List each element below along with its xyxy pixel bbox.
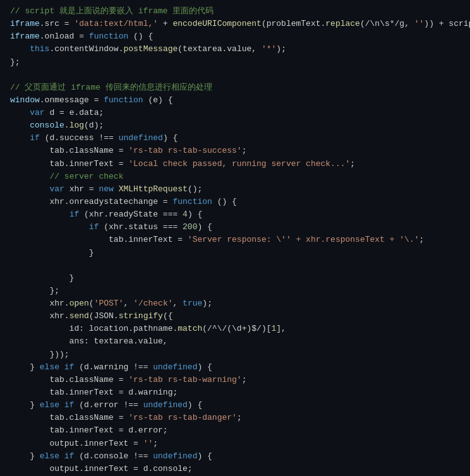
- line-1: // script 就是上面说的要嵌入 iframe 里面的代码: [0, 5, 470, 18]
- line-15: var xhr = new XMLHttpRequest();: [0, 183, 470, 196]
- line-19: tab.innerText = 'Server response: \'' + …: [0, 234, 470, 246]
- line-35: output.innerText = '';: [0, 437, 470, 450]
- line-37: output.innerText = d.console;: [0, 463, 470, 475]
- line-20: }: [0, 247, 470, 259]
- line-34: tab.innerText = d.error;: [0, 424, 470, 437]
- line-8: window.onmessage = function (e) {: [0, 94, 470, 107]
- line-13: tab.innerText = 'Local check passed, run…: [0, 158, 470, 170]
- line-24: xhr.open('POST', '/check', true);: [0, 297, 470, 310]
- line-28: }));: [0, 348, 470, 361]
- line-18: if (xhr.status === 200) {: [0, 221, 470, 234]
- line-7: // 父页面通过 iframe 传回来的信息进行相应的处理: [0, 81, 470, 94]
- line-29: } else if (d.warning !== undefined) {: [0, 361, 470, 374]
- line-2: iframe.src = 'data:text/html,' + encodeU…: [0, 18, 470, 30]
- line-21: [0, 259, 470, 272]
- line-36: } else if (d.console !== undefined) {: [0, 450, 470, 463]
- line-10: console.log(d);: [0, 119, 470, 132]
- line-30: tab.className = 'rs-tab rs-tab-warning';: [0, 374, 470, 386]
- line-33: tab.className = 'rs-tab rs-tab-danger';: [0, 412, 470, 424]
- comment-token: // script 就是上面说的要嵌入 iframe 里面的代码: [10, 5, 214, 18]
- line-12: tab.className = 'rs-tab rs-tab-success';: [0, 145, 470, 157]
- line-14: // server check: [0, 170, 470, 183]
- line-3: iframe.onload = function () {: [0, 30, 470, 43]
- line-9: var d = e.data;: [0, 107, 470, 119]
- line-5: };: [0, 56, 470, 69]
- line-17: if (xhr.readyState === 4) {: [0, 208, 470, 221]
- line-11: if (d.success !== undefined) {: [0, 132, 470, 145]
- line-6: [0, 69, 470, 81]
- line-22: }: [0, 272, 470, 285]
- line-16: xhr.onreadystatechange = function () {: [0, 196, 470, 208]
- line-31: tab.innerText = d.warning;: [0, 386, 470, 399]
- line-23: };: [0, 285, 470, 297]
- line-4: this.contentWindow.postMessage(textarea.…: [0, 43, 470, 56]
- line-32: } else if (d.error !== undefined) {: [0, 399, 470, 412]
- line-26: id: location.pathname.match(/^\/(\d+)$/)…: [0, 323, 470, 335]
- line-27: ans: textarea.value,: [0, 335, 470, 348]
- code-editor: // script 就是上面说的要嵌入 iframe 里面的代码 iframe.…: [0, 0, 470, 476]
- line-25: xhr.send(JSON.stringify({: [0, 310, 470, 323]
